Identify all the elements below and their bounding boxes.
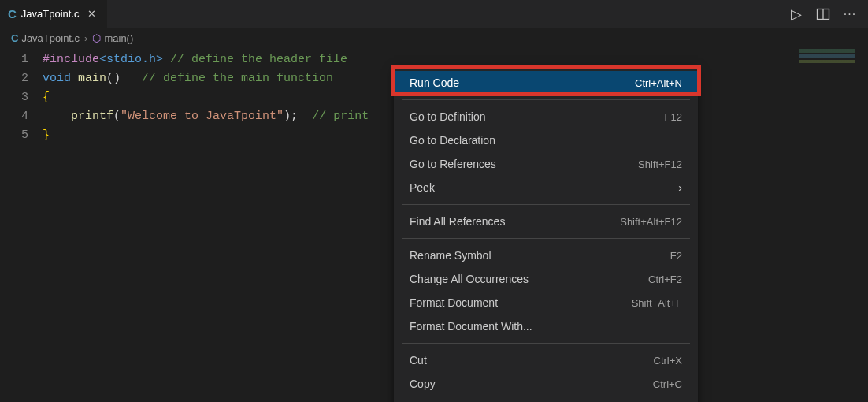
symbol-method-icon: ⬡ [92, 32, 101, 44]
menu-shortcut: Ctrl+F2 [648, 274, 682, 285]
menu-run-code[interactable]: Run Code Ctrl+Alt+N [394, 71, 698, 95]
minimap[interactable] [799, 49, 855, 66]
menu-label: Peek [410, 181, 435, 194]
split-editor-icon[interactable] [816, 7, 830, 21]
line-number: 1 [0, 50, 43, 69]
scrollbar-track [857, 28, 868, 402]
line-number: 5 [0, 126, 43, 145]
editor-actions: ▷ ··· [789, 7, 868, 21]
breadcrumb[interactable]: C JavaTpoint.c › ⬡ main() [0, 28, 868, 47]
menu-format-document[interactable]: Format Document Shift+Alt+F [394, 291, 698, 315]
more-icon[interactable]: ··· [843, 7, 857, 21]
line-gutter: 1 2 3 4 5 [0, 47, 43, 402]
editor-tab[interactable]: C JavaTpoint.c ✕ [0, 0, 108, 28]
menu-peek[interactable]: Peek › [394, 176, 698, 199]
menu-shortcut: Shift+F12 [638, 158, 682, 170]
close-icon[interactable]: ✕ [84, 8, 99, 20]
file-c-icon: C [11, 32, 18, 44]
menu-label: Find All References [410, 215, 505, 228]
chevron-right-icon: › [678, 181, 682, 194]
menu-copy[interactable]: Copy Ctrl+C [394, 372, 698, 396]
menu-label: Format Document [410, 296, 498, 309]
menu-shortcut: Shift+Alt+F [632, 297, 682, 309]
menu-format-document-with[interactable]: Format Document With... [394, 315, 698, 338]
breadcrumb-file: JavaTpoint.c [21, 32, 80, 44]
menu-go-references[interactable]: Go to References Shift+F12 [394, 152, 698, 176]
menu-separator [402, 238, 690, 239]
file-c-icon: C [8, 7, 17, 20]
menu-label: Rename Symbol [410, 249, 491, 262]
menu-label: Go to Declaration [410, 134, 495, 147]
chevron-right-icon: › [84, 32, 87, 44]
menu-shortcut: F12 [665, 111, 682, 123]
menu-separator [402, 343, 690, 344]
menu-change-occurrences[interactable]: Change All Occurrences Ctrl+F2 [394, 267, 698, 291]
menu-label: Go to Definition [410, 110, 486, 123]
line-number: 2 [0, 69, 43, 88]
line-number: 3 [0, 88, 43, 107]
menu-shortcut: F2 [670, 250, 682, 262]
menu-label: Cut [410, 354, 427, 367]
menu-go-definition[interactable]: Go to Definition F12 [394, 105, 698, 128]
menu-go-declaration[interactable]: Go to Declaration [394, 128, 698, 152]
menu-label: Change All Occurrences [410, 273, 529, 285]
menu-label: Run Code [410, 76, 459, 89]
menu-shortcut: Ctrl+C [653, 378, 682, 390]
menu-separator [402, 204, 690, 205]
run-icon[interactable]: ▷ [789, 7, 803, 21]
tab-bar: C JavaTpoint.c ✕ ▷ ··· [0, 0, 868, 28]
menu-shortcut: Ctrl+Alt+N [635, 77, 682, 89]
tab-label: JavaTpoint.c [21, 8, 80, 20]
context-menu: Run Code Ctrl+Alt+N Go to Definition F12… [394, 66, 698, 402]
menu-shortcut: Ctrl+X [654, 355, 682, 367]
menu-shortcut: Shift+Alt+F12 [620, 216, 682, 228]
menu-label: Copy [410, 378, 436, 390]
menu-cut[interactable]: Cut Ctrl+X [394, 348, 698, 372]
menu-rename-symbol[interactable]: Rename Symbol F2 [394, 244, 698, 267]
breadcrumb-symbol: main() [104, 32, 133, 44]
menu-label: Go to References [410, 158, 496, 170]
menu-paste[interactable]: Paste Ctrl+V [394, 396, 698, 402]
line-number: 4 [0, 107, 43, 126]
menu-find-all-references[interactable]: Find All References Shift+Alt+F12 [394, 210, 698, 233]
menu-separator [402, 99, 690, 100]
menu-label: Format Document With... [410, 320, 532, 333]
